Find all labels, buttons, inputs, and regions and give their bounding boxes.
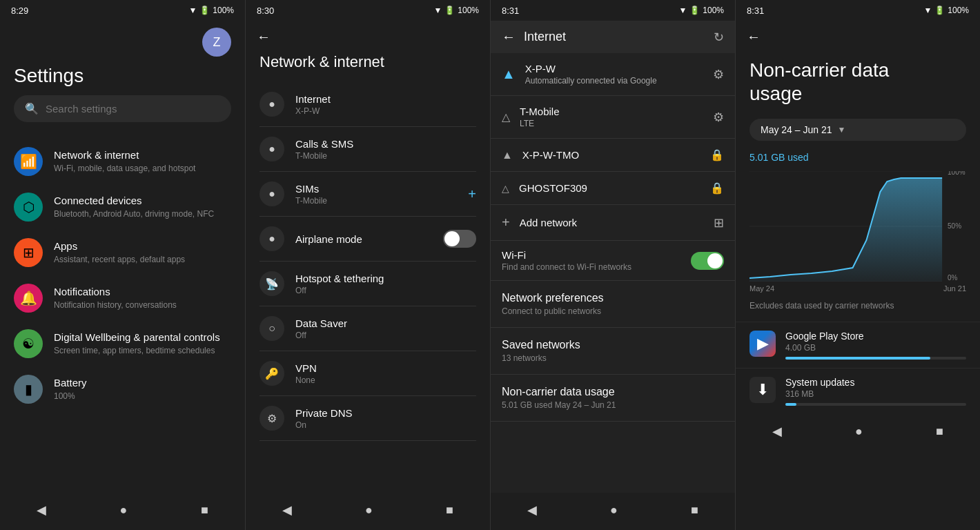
network-item-airplane[interactable]: ● Airplane mode — [246, 217, 490, 261]
net-text-datasaver: Data Saver Off — [295, 317, 465, 340]
wifi-text-xpwtmo: X-P-W-TMO — [522, 149, 700, 161]
settings-text-network: Network & internet Wi-Fi, mobile, data u… — [54, 148, 231, 174]
gear-icon-xpw[interactable]: ⚙ — [713, 67, 724, 82]
settings-item-battery[interactable]: ▮ Battery 100% — [0, 366, 245, 412]
back-nav-2[interactable]: ◀ — [271, 500, 303, 520]
net-title-datasaver: Data Saver — [295, 317, 465, 329]
refresh-icon[interactable]: ↻ — [714, 30, 724, 45]
search-bar[interactable]: 🔍 — [14, 95, 231, 122]
network-item-datasaver[interactable]: ○ Data Saver Off — [246, 306, 490, 351]
settings-title-network: Network & internet — [54, 148, 231, 162]
nav-bar-1: ◀ ● ■ — [0, 493, 245, 530]
time-1: 8:29 — [11, 6, 28, 16]
toggle-airplane[interactable] — [443, 230, 476, 248]
status-icons-4: ▼ 🔋 100% — [923, 6, 969, 15]
net-text-internet: Internet X-P-W — [295, 93, 465, 116]
battery-pct-4: 100% — [948, 6, 969, 15]
settings-item-apps[interactable]: ⊞ Apps Assistant, recent apps, default a… — [0, 230, 245, 275]
panel4-title: Non-carrier datausage — [736, 53, 980, 119]
status-icons-3: ▼ 🔋 100% — [678, 6, 724, 15]
add-icon-sims[interactable]: + — [468, 186, 476, 202]
settings-header: Z Settings 🔍 — [0, 21, 245, 139]
net-title-hotspot: Hotspot & tethering — [295, 273, 465, 284]
svg-text:100%: 100% — [948, 171, 966, 176]
net-title-sims: SIMs — [295, 183, 457, 195]
settings-list: 📶 Network & internet Wi-Fi, mobile, data… — [0, 139, 245, 493]
app-usage-item-playstore[interactable]: ▶ Google Play Store 4.00 GB — [736, 322, 980, 368]
saved-networks-title: Saved networks — [502, 339, 724, 351]
panel3-title: Internet — [524, 30, 566, 44]
wifi-status-icon-4: ▼ — [923, 6, 932, 15]
net-text-airplane: Airplane mode — [295, 233, 432, 245]
back-button-2[interactable]: ← — [257, 29, 271, 45]
date-range-selector[interactable]: May 24 – Jun 21 ▼ — [749, 119, 966, 141]
recents-nav-1[interactable]: ■ — [190, 500, 219, 520]
settings-item-connected[interactable]: ⬡ Connected devices Bluetooth, Android A… — [0, 184, 245, 230]
home-nav-1[interactable]: ● — [109, 500, 139, 520]
wifi-network-ghost[interactable]: △ GHOSTOF309 🔒 — [491, 172, 735, 205]
network-pref-title: Network preferences — [502, 292, 724, 304]
recents-nav-4[interactable]: ■ — [925, 422, 954, 442]
app-usage-item-sysupdates[interactable]: ⬇ System updates 316 MB — [736, 368, 980, 414]
search-icon: 🔍 — [25, 102, 39, 115]
app-data-playstore: 4.00 GB — [785, 343, 966, 353]
network-item-hotspot[interactable]: 📡 Hotspot & tethering Off — [246, 262, 490, 306]
app-icon-playstore: ▶ — [749, 331, 776, 357]
internet-panel: 8:31 ▼ 🔋 100% ← Internet ↻ ▲ X-P-W Autom… — [490, 0, 735, 530]
network-item-vpn[interactable]: 🔑 VPN None — [246, 351, 490, 395]
home-nav-2[interactable]: ● — [354, 500, 384, 520]
settings-text-apps: Apps Assistant, recent apps, default app… — [54, 239, 231, 265]
recents-nav-2[interactable]: ■ — [435, 500, 464, 520]
wifi-toggle-row[interactable]: Wi-Fi Find and connect to Wi-Fi networks — [491, 241, 735, 281]
back-button-4[interactable]: ← — [747, 29, 761, 45]
network-item-internet[interactable]: ● Internet X-P-W — [246, 82, 490, 126]
noncarrier-usage-item[interactable]: Non-carrier data usage 5.01 GB used May … — [491, 375, 735, 422]
net-text-sims: SIMs T-Mobile — [295, 183, 457, 206]
add-network-plus-icon: + — [502, 215, 510, 230]
wifi-text-tmobile: T-Mobile LTE — [520, 106, 703, 128]
battery-pct-2: 100% — [458, 6, 479, 15]
back-nav-4[interactable]: ◀ — [761, 421, 793, 442]
recents-nav-3[interactable]: ■ — [680, 500, 709, 520]
wifi-network-xpwtmo[interactable]: ▲ X-P-W-TMO 🔒 — [491, 139, 735, 172]
net-icon-datasaver: ○ — [259, 316, 284, 341]
settings-icon-battery: ▮ — [14, 375, 43, 404]
network-preferences-item[interactable]: Network preferences Connect to public ne… — [491, 281, 735, 328]
wifi-text-xpw: X-P-W Automatically connected via Google — [525, 63, 703, 86]
network-pref-sub: Connect to public networks — [502, 306, 724, 316]
wifi-network-tmobile[interactable]: △ T-Mobile LTE ⚙ — [491, 96, 735, 139]
settings-home-panel: 8:29 ▼ 🔋 100% Z Settings 🔍 📶 Network & i… — [0, 0, 245, 530]
saved-networks-item[interactable]: Saved networks 13 networks — [491, 328, 735, 375]
avatar[interactable]: Z — [202, 28, 231, 57]
nav-bar-2: ◀ ● ■ — [246, 493, 490, 530]
settings-sub-wellbeing: Screen time, app timers, bedtime schedul… — [54, 346, 231, 357]
page-title: Settings — [14, 59, 231, 95]
back-nav-3[interactable]: ◀ — [516, 500, 548, 520]
home-nav-3[interactable]: ● — [599, 500, 629, 520]
internet-networks-list: ▲ X-P-W Automatically connected via Goog… — [491, 53, 735, 493]
back-button-3[interactable]: ← — [502, 29, 516, 45]
add-network-row[interactable]: + Add network ⊞ — [491, 205, 735, 241]
search-input[interactable] — [46, 103, 220, 115]
net-icon-privatedns: ⚙ — [259, 406, 284, 431]
home-nav-4[interactable]: ● — [844, 422, 874, 442]
network-item-sims[interactable]: ● SIMs T-Mobile + — [246, 172, 490, 216]
wifi-network-xpw[interactable]: ▲ X-P-W Automatically connected via Goog… — [491, 53, 735, 96]
settings-item-notifications[interactable]: 🔔 Notifications Notification history, co… — [0, 275, 245, 321]
net-title-vpn: VPN — [295, 362, 465, 374]
back-nav-1[interactable]: ◀ — [26, 500, 57, 520]
wifi-toggle-switch[interactable] — [691, 252, 724, 270]
gear-icon-tmobile[interactable]: ⚙ — [713, 110, 724, 125]
net-title-internet: Internet — [295, 93, 465, 105]
net-icon-sims: ● — [259, 181, 284, 206]
qr-code-icon[interactable]: ⊞ — [714, 215, 724, 230]
settings-item-network[interactable]: 📶 Network & internet Wi-Fi, mobile, data… — [0, 139, 245, 184]
network-item-calls[interactable]: ● Calls & SMS T-Mobile — [246, 127, 490, 171]
net-icon-internet: ● — [259, 92, 284, 117]
net-icon-vpn: 🔑 — [259, 361, 284, 386]
settings-item-wellbeing[interactable]: ☯ Digital Wellbeing & parental controls … — [0, 321, 245, 366]
settings-icon-wellbeing: ☯ — [14, 329, 43, 358]
date-chevron-icon: ▼ — [838, 125, 846, 135]
network-item-privatedns[interactable]: ⚙ Private DNS On — [246, 396, 490, 440]
net-icon-calls: ● — [259, 137, 284, 161]
